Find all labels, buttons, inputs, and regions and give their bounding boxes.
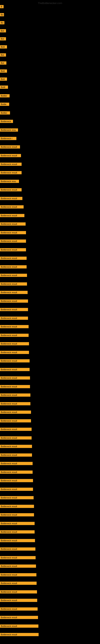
bar-label: Bottleneck result: [0, 171, 22, 174]
bar-item: Bottleneck result: [0, 231, 26, 235]
bar-item: Bottleneck result: [0, 564, 36, 568]
bar-item: Bottleneck result: [0, 265, 27, 269]
bar-item: Bottleneck result: [0, 436, 32, 440]
bar-label: Bottleneck result: [0, 154, 21, 157]
bar-label: Bottleneck resu: [0, 128, 18, 132]
bar-item: Bottleneck result: [0, 300, 28, 304]
bar-item: Bot: [0, 29, 6, 33]
bar-item: Bottleneck result: [0, 274, 27, 278]
bar-item: Bottleneck result: [0, 197, 22, 201]
bar-item: Bottler: [0, 94, 10, 98]
bar-label: Bottle: [0, 103, 9, 106]
bar-label: Bot: [0, 37, 6, 40]
bar-label: Bottleneck result: [0, 624, 38, 628]
bar-label: Bottleneck result: [0, 308, 28, 311]
bar-label: Bottleneck result: [0, 197, 22, 200]
bar-item: Bottleneck result: [0, 505, 34, 509]
bar-item: Bottleneck result: [0, 291, 28, 295]
bar-item: Bot: [0, 53, 6, 57]
bar-label: Bottleneck result: [0, 274, 27, 277]
bar-label: Bo: [0, 21, 4, 24]
bar-item: Bottleneck result: [0, 616, 38, 620]
bar-item: Bottleneck result: [0, 470, 33, 474]
bar-label: Bottleneck result: [0, 530, 35, 534]
bar-label: Bottleneck result: [0, 410, 31, 414]
bar-label: Bottleneck result: [0, 513, 34, 516]
bar-item: Bottleneck result: [0, 248, 26, 252]
bar-item: Bottleneck: [0, 120, 13, 124]
bar-label: Bottleneck result: [0, 359, 30, 362]
bar-label: Bottleneck result: [0, 231, 26, 234]
bar-label: Bottler: [0, 111, 10, 114]
bar-item: Bottleneck resu: [0, 128, 18, 132]
bar-item: Bottleneck r: [0, 137, 16, 141]
bar-label: Bottleneck result: [0, 496, 34, 499]
bar-item: Bottleneck result: [0, 368, 30, 372]
bar-item: Bottleneck result: [0, 590, 37, 594]
bar-item: Bo: [0, 21, 4, 25]
bar-label: Bottleneck result: [0, 162, 22, 166]
bar-label: Bottleneck result: [0, 300, 28, 303]
bar-label: Bottleneck result: [0, 548, 35, 550]
bar-label: Bot: [0, 53, 6, 56]
bar-label: Bottleneck result: [0, 325, 29, 328]
bar-item: Bot: [0, 37, 6, 41]
bar-label: Bottleneck result: [0, 454, 32, 457]
bar-label: Bottleneck result: [0, 479, 33, 482]
bar-label: Bottleneck result: [0, 214, 24, 217]
bar-item: Bottleneck result: [0, 325, 29, 329]
bar-item: Bottl: [0, 86, 8, 90]
bar-item: Bot: [0, 62, 6, 66]
bar-item: Bottleneck result: [0, 556, 36, 560]
bar-label: Bottleneck result: [0, 316, 28, 320]
bar-item: Bottleneck result: [0, 214, 24, 218]
bar-label: B: [0, 5, 3, 8]
bar-item: Bottleneck result: [0, 454, 32, 458]
bar-label: Bottleneck result: [0, 488, 33, 491]
bar-item: Bottleneck result: [0, 539, 35, 543]
bar-label: Bottleneck result: [0, 539, 35, 542]
bar-label: Bottleneck result: [0, 445, 32, 448]
bar-item: Bott: [0, 45, 7, 49]
bar-label: Bottleneck result: [0, 564, 36, 568]
bar-label: Bottleneck result: [0, 205, 24, 208]
bar-label: Bottleneck result: [0, 145, 20, 148]
bar-label: Bottleneck: [0, 120, 13, 123]
bar-label: Bottleneck result: [0, 428, 32, 431]
bar-item: Bottleneck result: [0, 530, 35, 534]
bar-label: Bottleneck result: [0, 462, 33, 465]
bar-item: Bottleneck result: [0, 205, 24, 209]
bar-label: Bottleneck result: [0, 522, 35, 525]
bar-item: Bottleneck result: [0, 410, 31, 414]
bar-label: Bottleneck result: [0, 436, 32, 440]
bar-item: Bottleneck result: [0, 308, 28, 312]
bar-item: Bott: [0, 70, 7, 74]
bar-item: Bottleneck result: [0, 222, 26, 226]
bar-item: Bottleneck result: [0, 188, 22, 192]
bar-item: Bottleneck result: [0, 573, 36, 577]
bar-item: Bottleneck result: [0, 171, 22, 175]
bar-label: Bottleneck result: [0, 376, 30, 380]
bar-label: Bottleneck result: [0, 222, 26, 226]
bar-item: Bottleneck result: [0, 359, 30, 363]
bar-item: Bottleneck result: [0, 282, 27, 286]
bar-item: B: [0, 5, 3, 9]
bar-label: Bottleneck result: [0, 394, 30, 397]
bar-item: Bottleneck result: [0, 582, 37, 586]
bar-item: Bottleneck result: [0, 633, 39, 637]
bar-label: Bott: [0, 70, 7, 73]
bar-item: Bo: [0, 13, 4, 17]
bar-item: Bott: [0, 78, 7, 82]
bar-label: Bottleneck result: [0, 248, 26, 251]
bar-label: Bottleneck result: [0, 633, 39, 636]
bar-item: Bottleneck result: [0, 351, 29, 355]
bar-label: Bottleneck result: [0, 240, 26, 243]
bar-label: Bottleneck resu: [0, 180, 19, 183]
bar-label: Bo: [0, 13, 4, 16]
bar-label: Bot: [0, 62, 6, 64]
bar-item: Bottleneck resu: [0, 180, 19, 184]
bar-item: Bottle: [0, 103, 9, 107]
bar-item: Bottleneck result: [0, 496, 34, 500]
bar-item: Bottleneck result: [0, 428, 32, 432]
bar-label: Bottl: [0, 86, 8, 89]
